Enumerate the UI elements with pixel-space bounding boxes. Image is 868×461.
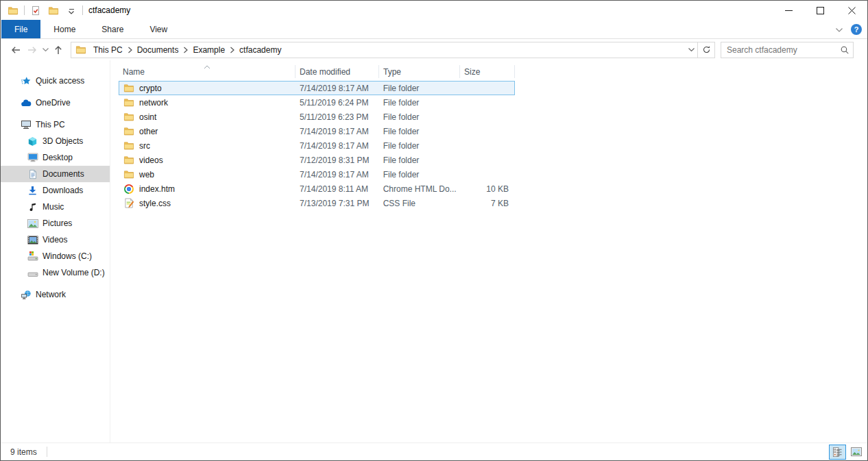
sidebar-item-3d-objects[interactable]: 3D Objects: [1, 133, 110, 149]
type-cell: File folder: [379, 112, 460, 122]
search-icon[interactable]: [836, 45, 853, 55]
file-name-cell: web: [119, 169, 296, 180]
documents-icon: [27, 169, 38, 179]
breadcrumb-item-example[interactable]: Example: [189, 45, 229, 55]
ribbon-tab-file[interactable]: File: [1, 20, 40, 38]
column-header-size[interactable]: Size: [460, 65, 515, 78]
sidebar-item-windows-c[interactable]: Windows (C:): [1, 248, 110, 264]
file-name-cell: index.htm: [119, 184, 296, 195]
ribbon-tab-view[interactable]: View: [136, 20, 180, 38]
drive-icon: [27, 268, 38, 277]
videos-icon: [27, 236, 38, 245]
breadcrumb-item-documents[interactable]: Documents: [133, 45, 183, 55]
properties-check-icon: [31, 5, 40, 16]
breadcrumb-chevron-icon[interactable]: [127, 47, 133, 53]
back-button[interactable]: [8, 42, 24, 58]
forward-button[interactable]: [24, 42, 40, 58]
sidebar-item-pictures[interactable]: Pictures: [1, 215, 110, 232]
refresh-button[interactable]: [698, 42, 714, 58]
breadcrumb-item-ctfacademy[interactable]: ctfacademy: [235, 45, 285, 55]
maximize-button[interactable]: [804, 1, 836, 20]
properties-button[interactable]: [29, 3, 43, 17]
sidebar-item-onedrive[interactable]: OneDrive: [1, 95, 110, 111]
details-view-button[interactable]: [829, 445, 846, 460]
status-separator: [47, 447, 47, 457]
sidebar-item-label: OneDrive: [36, 98, 71, 108]
large-icons-view-button[interactable]: [847, 445, 865, 460]
ribbon-tab-share[interactable]: Share: [88, 20, 136, 38]
drive-win-icon: [27, 251, 38, 261]
breadcrumb-chevron-icon[interactable]: [229, 47, 235, 53]
css-icon: [123, 198, 134, 209]
cube-icon: [27, 136, 38, 147]
breadcrumb-chevron-icon[interactable]: [182, 47, 189, 53]
up-button[interactable]: [50, 42, 67, 58]
toolbar-separator: [24, 5, 25, 15]
desktop-icon: [27, 153, 38, 162]
sidebar-item-videos[interactable]: Videos: [1, 232, 110, 248]
cloud-icon: [20, 99, 32, 107]
folder-icon: [123, 126, 134, 137]
sort-ascending-icon[interactable]: [204, 62, 210, 71]
recent-locations-chevron-icon[interactable]: [40, 42, 50, 58]
folder-icon: [123, 140, 134, 151]
type-cell: CSS File: [379, 199, 460, 208]
folder-icon: [8, 5, 19, 16]
minimize-button[interactable]: [773, 1, 804, 20]
sidebar-item-documents[interactable]: Documents: [1, 166, 110, 182]
sidebar-item-this-pc[interactable]: This PC: [1, 116, 110, 133]
sidebar-item-music[interactable]: Music: [1, 199, 110, 215]
sidebar-item-new-volume-d[interactable]: New Volume (D:): [1, 264, 110, 281]
new-folder-icon: [48, 5, 59, 16]
date-modified-cell: 7/14/2019 8:11 AM: [296, 184, 379, 194]
breadcrumb-item-this-pc[interactable]: This PC: [89, 45, 127, 55]
type-cell: File folder: [379, 127, 460, 136]
sidebar-item-network[interactable]: Network: [1, 286, 110, 303]
close-button[interactable]: [836, 1, 867, 20]
file-row-style-css[interactable]: style.css7/13/2019 7:31 PMCSS File7 KB: [119, 196, 515, 210]
file-name: network: [139, 98, 168, 108]
sidebar-item-label: Quick access: [36, 76, 84, 86]
sidebar-item-downloads[interactable]: Downloads: [1, 182, 110, 199]
window-controls: [773, 1, 867, 20]
file-row-osint[interactable]: osint5/11/2019 6:23 PMFile folder: [119, 110, 515, 124]
sidebar-item-label: New Volume (D:): [43, 268, 105, 277]
file-row-crypto[interactable]: crypto7/14/2019 8:17 AMFile folder: [119, 81, 515, 95]
address-bar[interactable]: This PCDocumentsExamplectfacademy: [71, 42, 715, 58]
sidebar-item-label: Downloads: [43, 186, 83, 195]
address-dropdown-chevron-icon[interactable]: [685, 48, 697, 52]
folder-icon: [123, 169, 134, 180]
file-name-cell: osint: [119, 112, 296, 123]
date-modified-cell: 7/14/2019 8:17 AM: [296, 127, 379, 136]
navigation-pane: Quick accessOneDriveThis PC3D ObjectsDes…: [1, 60, 110, 443]
folder-icon: [123, 97, 134, 108]
expand-ribbon-chevron-icon[interactable]: [836, 25, 843, 34]
view-switcher: [829, 445, 865, 460]
customize-quick-access-button[interactable]: [64, 3, 78, 17]
folder-icon: [123, 83, 134, 94]
search-box[interactable]: [721, 42, 854, 58]
help-icon[interactable]: ?: [851, 24, 862, 35]
file-row-index-htm[interactable]: index.htm7/14/2019 8:11 AMChrome HTML Do…: [119, 182, 515, 196]
search-input[interactable]: [721, 45, 836, 55]
file-row-other[interactable]: other7/14/2019 8:17 AMFile folder: [119, 124, 515, 138]
file-name: src: [139, 141, 150, 151]
file-name-cell: other: [119, 126, 296, 137]
ribbon-tab-home[interactable]: Home: [40, 20, 88, 38]
new-folder-button[interactable]: [47, 3, 60, 17]
sidebar-item-quick-access[interactable]: Quick access: [1, 73, 110, 89]
toolbar-separator: [82, 5, 83, 15]
file-name-cell: network: [119, 97, 296, 108]
items-count: 9 items: [10, 447, 37, 457]
file-explorer-window: ctfacademy FileHomeShareView ? This PCDo…: [0, 0, 868, 461]
column-header-date-modified[interactable]: Date modified: [296, 65, 379, 78]
sidebar-item-desktop[interactable]: Desktop: [1, 149, 110, 166]
window-title: ctfacademy: [88, 5, 130, 15]
explorer-app-icon: [6, 3, 20, 17]
file-row-web[interactable]: web7/14/2019 8:17 AMFile folder: [119, 167, 515, 182]
file-row-src[interactable]: src7/14/2019 8:17 AMFile folder: [119, 138, 515, 153]
column-header-type[interactable]: Type: [379, 65, 460, 78]
file-row-network[interactable]: network5/11/2019 6:24 PMFile folder: [119, 95, 515, 110]
file-row-videos[interactable]: videos7/12/2019 8:31 PMFile folder: [119, 153, 515, 167]
sidebar-item-label: Desktop: [43, 153, 73, 162]
